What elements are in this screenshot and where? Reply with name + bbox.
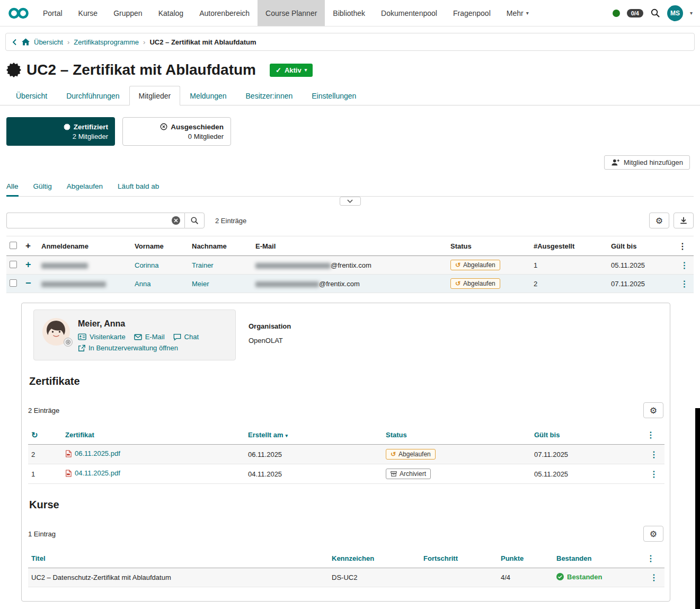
col-status[interactable]: Status [447,236,530,256]
status-text: Abgelaufen [398,451,431,458]
email-link[interactable]: E-Mail [134,333,165,341]
check-icon: ✓ [276,66,281,74]
valid-until: 05.11.2025 [608,256,675,275]
nav-item-dokumentenpool[interactable]: Dokumentenpool [373,0,445,26]
member-name: Meier, Anna [78,319,227,329]
member-vorname-link[interactable]: Anna [135,280,150,288]
stat-card-ausgeschieden[interactable]: Ausgeschieden 0 Mitglieder [122,117,231,146]
top-navbar: Portal Kurse Gruppen Katalog Autorenbere… [0,0,700,27]
row-menu-icon[interactable]: ⋮ [675,256,694,275]
refresh-icon[interactable]: ↻ [31,430,38,439]
user-menu-caret-icon[interactable]: ▾ [690,10,693,16]
search-icon[interactable] [650,8,660,18]
chat-link[interactable]: Chat [173,333,199,341]
issued-count: 1 [530,256,608,275]
filter-laeuft-bald-ab[interactable]: Läuft bald ab [118,182,159,197]
gear-icon: ⚙ [650,405,657,416]
table-settings-button[interactable]: ⚙ [649,213,669,228]
status-aktiv-button[interactable]: ✓ Aktiv ▾ [270,64,313,77]
add-member-button[interactable]: Mitglied hinzufügen [604,155,690,170]
tab-mitglieder[interactable]: Mitglieder [129,86,181,105]
tab-besitzerinnen[interactable]: Besitzer:innen [236,86,303,105]
select-all-checkbox[interactable] [10,242,17,249]
col-punkte[interactable]: Punkte [498,549,553,568]
row-checkbox[interactable] [10,261,17,268]
entries-count: 2 Einträge [215,217,246,225]
col-kennzeichen[interactable]: Kennzeichen [329,549,420,568]
filter-alle[interactable]: Alle [6,182,19,197]
breadcrumb-uebersicht[interactable]: Übersicht [34,38,63,46]
back-button[interactable] [12,39,16,46]
chat-bubble-icon [173,333,181,341]
collapse-filters-button[interactable] [340,197,361,206]
col-erstellt-am[interactable]: Erstellt am▾ [245,426,383,445]
collapse-row-button[interactable]: − [25,278,31,288]
course-fortschritt [420,568,498,587]
task-counter-badge[interactable]: 0/4 [627,9,643,17]
open-user-management-link[interactable]: In Benutzerverwaltung öffnen [78,344,178,352]
table-menu-icon[interactable]: ⋮ [643,426,664,445]
certificate-file-link[interactable]: 06.11.2025.pdf [65,449,120,457]
organisation-label: Organisation [249,322,291,330]
member-nachname-link[interactable]: Trainer [192,261,214,269]
col-email[interactable]: E-Mail [252,236,447,256]
col-zertifikat[interactable]: Zertifikat [62,426,245,445]
nav-item-fragenpool[interactable]: Fragenpool [445,0,499,26]
member-vorname-link[interactable]: Corinna [135,261,159,269]
row-menu-icon[interactable]: ⋮ [643,445,664,464]
col-gueltbis[interactable]: Gült bis [608,236,675,256]
visitenkarte-link[interactable]: Visitenkarte [78,333,126,341]
courses-settings-button[interactable]: ⚙ [643,526,663,542]
members-header-row: + Anmeldename Vorname Nachname E-Mail St… [6,236,694,256]
table-menu-icon[interactable]: ⋮ [675,236,694,256]
download-button[interactable] [674,213,694,228]
nav-item-mehr[interactable]: Mehr▾ [499,0,537,26]
member-toolbar: Mitglied hinzufügen [6,155,690,170]
chevron-down-icon: ▾ [305,67,307,73]
organisation-block: Organisation OpenOLAT [249,310,291,345]
tab-meldungen[interactable]: Meldungen [180,86,236,105]
cross-circle-icon [160,123,167,130]
col-bestanden[interactable]: Bestanden [553,549,643,568]
openolat-logo-icon[interactable] [7,0,30,26]
nav-item-autorenbereich[interactable]: Autorenbereich [191,0,258,26]
row-menu-icon[interactable]: ⋮ [643,464,664,484]
certificate-file-link[interactable]: 04.11.2025.pdf [65,469,120,477]
nav-item-bibliothek[interactable]: Bibliothek [325,0,373,26]
filter-gueltig[interactable]: Gültig [33,182,52,197]
nav-item-portal[interactable]: Portal [35,0,70,26]
tab-uebersicht[interactable]: Übersicht [6,86,57,105]
breadcrumb-zertifikatsprogramme[interactable]: Zertifikatsprogramme [74,38,139,46]
col-fortschritt[interactable]: Fortschritt [420,549,498,568]
search-input[interactable] [6,213,184,228]
expand-row-button[interactable]: + [25,259,31,270]
row-checkbox[interactable] [10,279,17,287]
tab-einstellungen[interactable]: Einstellungen [302,86,366,105]
home-icon[interactable] [22,38,30,46]
certificates-settings-button[interactable]: ⚙ [643,402,663,418]
search-submit-button[interactable] [184,213,205,228]
tab-durchfuehrungen[interactable]: Durchführungen [57,86,129,105]
col-titel[interactable]: Titel [28,549,329,568]
nav-item-kurse[interactable]: Kurse [70,0,106,26]
col-gueltbis[interactable]: Gült bis [531,426,643,445]
filter-abgelaufen[interactable]: Abgelaufen [67,182,103,197]
nav-item-katalog[interactable]: Katalog [150,0,191,26]
member-nachname-link[interactable]: Meier [192,280,209,288]
col-vorname[interactable]: Vorname [131,236,189,256]
col-nachname[interactable]: Nachname [189,236,252,256]
col-status[interactable]: Status [383,426,531,445]
stat-card-zertifiziert[interactable]: Zertifiziert 2 Mitglieder [6,117,115,146]
clear-search-icon[interactable] [172,216,180,225]
user-avatar[interactable]: MS [667,5,683,21]
nav-item-course-planner[interactable]: Course Planner [258,0,325,26]
open-user-management-label: In Benutzerverwaltung öffnen [88,344,178,352]
expand-all-icon[interactable]: + [25,241,31,251]
col-erstellt-am-label: Erstellt am [248,431,283,439]
row-menu-icon[interactable]: ⋮ [643,568,664,587]
row-menu-icon[interactable]: ⋮ [675,275,694,293]
table-menu-icon[interactable]: ⋮ [643,549,664,568]
col-ausgestellt[interactable]: #Ausgestellt [530,236,608,256]
col-anmeldename[interactable]: Anmeldename [38,236,131,256]
nav-item-gruppen[interactable]: Gruppen [105,0,150,26]
